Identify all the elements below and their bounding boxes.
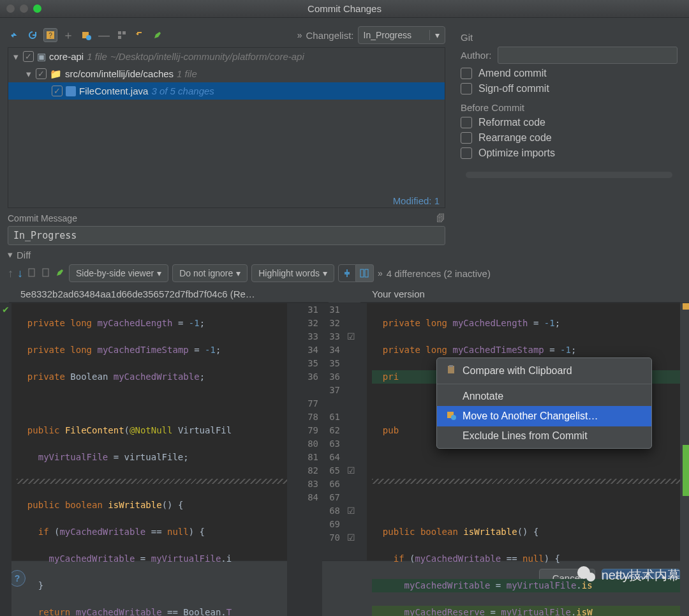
menu-exclude-lines[interactable]: Exclude Lines from Commit bbox=[437, 426, 651, 446]
folder-icon: 📁 bbox=[50, 68, 62, 80]
diff-section-label: Diff bbox=[17, 250, 31, 260]
checkbox[interactable] bbox=[36, 68, 47, 79]
chevrons-icon: » bbox=[297, 30, 302, 40]
show-diff-icon[interactable]: ? bbox=[43, 28, 57, 42]
highlight-dropdown[interactable]: Highlight words▾ bbox=[251, 264, 334, 282]
ignore-dropdown[interactable]: Do not ignore▾ bbox=[172, 264, 248, 282]
upper-panel: ? ＋ — » Changelist: In_Progress ▾ ▾ ▣ co… bbox=[0, 18, 689, 260]
collapse-arrow-icon[interactable]: ▾ bbox=[26, 68, 33, 80]
svg-rect-10 bbox=[365, 269, 368, 277]
menu-annotate[interactable]: Annotate bbox=[437, 387, 651, 406]
module-path: ~/Desktop/intellij-community/platform/co… bbox=[110, 51, 304, 62]
change-marker[interactable] bbox=[683, 445, 689, 496]
changelist-dropdown[interactable]: In_Progress ▾ bbox=[358, 26, 445, 44]
amend-checkbox[interactable]: Amend commit bbox=[461, 68, 678, 79]
author-label: Author: bbox=[461, 50, 491, 61]
menu-compare-clipboard[interactable]: Compare with Clipboard bbox=[437, 361, 651, 381]
tree-root-row[interactable]: ▾ ▣ core-api 1 file ~/Desktop/intellij-c… bbox=[8, 48, 445, 65]
optimize-checkbox[interactable]: Optimize imports bbox=[461, 147, 678, 159]
left-gutter: 3132333435367778798081828384 bbox=[287, 303, 322, 616]
right-revision-title: Your version bbox=[360, 286, 680, 303]
commit-message-label: Commit Message bbox=[8, 213, 77, 223]
next-diff-icon[interactable]: ↓ bbox=[17, 267, 23, 280]
file-name: FileContent.java bbox=[79, 86, 148, 96]
tree-file-row[interactable]: FileContent.java 3 of 5 changes bbox=[8, 82, 445, 100]
svg-rect-6 bbox=[118, 36, 121, 39]
tree-folder-row[interactable]: ▾ 📁 src/com/intellij/ide/caches 1 file bbox=[8, 65, 445, 82]
undo-icon[interactable] bbox=[133, 28, 147, 42]
refresh-icon[interactable] bbox=[26, 28, 40, 42]
include-checkboxes[interactable]: ☑☑☑☑ bbox=[344, 303, 358, 560]
svg-rect-5 bbox=[122, 31, 126, 34]
fold-marker[interactable] bbox=[372, 479, 680, 484]
diff-toolbar: ↑ ↓ Side-by-side viewer▾ Do not ignore▾ … bbox=[0, 260, 689, 286]
wechat-icon bbox=[577, 565, 598, 585]
edit-icon[interactable] bbox=[55, 267, 65, 280]
modified-summary: Modified: 1 bbox=[393, 195, 440, 206]
window-title: Commit Changes bbox=[0, 3, 689, 14]
author-input[interactable] bbox=[498, 47, 678, 64]
module-name: core-api bbox=[49, 51, 84, 62]
svg-rect-9 bbox=[360, 269, 364, 277]
fold-marker[interactable] bbox=[17, 479, 287, 484]
diff-splitter[interactable]: 3132333435363761626364656667686970 ☑☑☑☑ bbox=[322, 303, 367, 560]
menu-move-changelist[interactable]: Move to Another Changelist… bbox=[437, 406, 651, 426]
left-code[interactable]: private long myCachedLength = -1; privat… bbox=[11, 303, 287, 616]
viewer-mode-dropdown[interactable]: Side-by-side viewer▾ bbox=[69, 264, 168, 282]
menu-separator bbox=[437, 384, 651, 384]
chevron-down-icon: ▾ bbox=[323, 268, 327, 278]
sync-scroll-icon[interactable] bbox=[356, 264, 374, 282]
file-count: 1 file bbox=[177, 68, 197, 79]
changelist-icon[interactable] bbox=[79, 28, 93, 42]
commit-message-input[interactable] bbox=[8, 226, 445, 245]
svg-point-14 bbox=[451, 415, 456, 420]
add-icon[interactable]: ＋ bbox=[61, 28, 75, 42]
chevron-down-icon: ▾ bbox=[236, 268, 241, 278]
file-count: 1 file bbox=[87, 51, 107, 62]
reformat-checkbox[interactable]: Reformat code bbox=[461, 117, 678, 128]
prev-diff-icon[interactable]: ↑ bbox=[8, 267, 13, 280]
before-commit-label: Before Commit bbox=[461, 102, 678, 113]
change-count: 3 of 5 changes bbox=[151, 86, 214, 96]
file-next-icon[interactable] bbox=[41, 267, 51, 280]
collapse-unchanged-icon[interactable] bbox=[338, 264, 356, 282]
watermark: netty技术内幕 bbox=[577, 565, 680, 585]
collapse-arrow-icon[interactable]: ▾ bbox=[13, 51, 20, 63]
rearrange-checkbox[interactable]: Rearrange code bbox=[461, 132, 678, 144]
module-icon: ▣ bbox=[37, 51, 46, 63]
group-icon[interactable] bbox=[115, 28, 129, 42]
remove-icon[interactable]: — bbox=[97, 28, 111, 42]
svg-rect-7 bbox=[29, 269, 34, 276]
vcs-label: Git bbox=[461, 32, 678, 43]
folder-name: src/com/intellij/ide/caches bbox=[65, 68, 174, 79]
svg-text:?: ? bbox=[48, 32, 52, 39]
clipboard-icon bbox=[446, 364, 456, 377]
diff-summary: 4 differences (2 inactive) bbox=[387, 268, 491, 279]
checkbox[interactable] bbox=[52, 86, 63, 96]
rollback-icon[interactable] bbox=[8, 28, 22, 42]
signoff-checkbox[interactable]: Sign-off commit bbox=[461, 83, 678, 94]
scrollbar[interactable] bbox=[466, 172, 672, 178]
edit-icon[interactable] bbox=[151, 28, 165, 42]
applied-marker-icon: ✔ bbox=[2, 304, 10, 315]
collapse-arrow-icon[interactable]: ▾ bbox=[8, 249, 13, 260]
context-menu[interactable]: Compare with Clipboard Annotate Move to … bbox=[436, 357, 652, 449]
svg-rect-4 bbox=[118, 31, 121, 34]
history-icon[interactable]: 🗐 bbox=[436, 213, 445, 223]
changelist-icon bbox=[446, 410, 456, 423]
svg-rect-12 bbox=[449, 365, 453, 367]
diff-left-pane: ✔ private long myCachedLength = -1; priv… bbox=[0, 303, 322, 560]
svg-rect-8 bbox=[43, 269, 48, 276]
java-class-icon bbox=[66, 86, 76, 96]
left-revision-title: 5e8332b2ad63484aa1d66de356572d7fbd7f04c6… bbox=[9, 286, 329, 303]
chevrons-icon: » bbox=[378, 268, 383, 278]
changes-tree[interactable]: ▾ ▣ core-api 1 file ~/Desktop/intellij-c… bbox=[8, 47, 445, 208]
collapse-toggle[interactable] bbox=[338, 264, 374, 282]
changelist-label: Changelist: bbox=[306, 30, 353, 41]
changelist-value: In_Progress bbox=[364, 30, 411, 40]
chevron-down-icon: ▾ bbox=[157, 268, 161, 278]
titlebar: Commit Changes bbox=[0, 0, 689, 18]
file-prev-icon[interactable] bbox=[27, 267, 37, 280]
warning-marker-icon[interactable] bbox=[683, 303, 689, 310]
checkbox[interactable] bbox=[23, 51, 34, 62]
